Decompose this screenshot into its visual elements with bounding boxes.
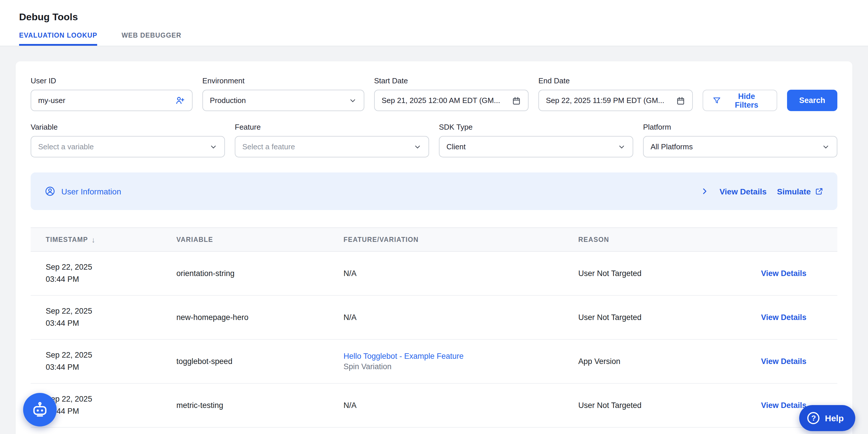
timestamp-cell: Sep 22, 2025 03:44 PM [46, 393, 176, 417]
environment-label: Environment [203, 77, 364, 85]
user-circle-icon [44, 186, 56, 197]
environment-field-group: Environment Production [203, 77, 364, 111]
robot-icon [30, 400, 50, 419]
question-mark-icon: ? [808, 412, 820, 424]
feature-variation-cell: N/A [343, 401, 578, 410]
table-row: Sep 22, 2025 03:44 PM metric-testing N/A… [31, 384, 837, 428]
sort-descending-icon: ↓ [91, 235, 95, 244]
platform-select[interactable]: All Platforms [643, 136, 837, 157]
chevron-down-icon [822, 143, 830, 151]
variable-select[interactable]: Select a variable [31, 136, 225, 157]
banner-view-details-link[interactable]: View Details [719, 186, 767, 196]
calendar-icon[interactable] [512, 96, 521, 105]
banner-simulate-label: Simulate [777, 186, 811, 196]
filter-row-2: Variable Select a variable Feature Selec… [31, 123, 837, 157]
environment-select[interactable]: Production [203, 90, 364, 111]
feature-variation-cell: Hello Togglebot - Example Feature Spin V… [343, 352, 578, 371]
chevron-down-icon [349, 96, 357, 105]
banner-simulate-link[interactable]: Simulate [777, 186, 824, 196]
help-button[interactable]: ? Help [800, 405, 855, 431]
reason-cell: User Not Targeted [578, 313, 761, 322]
table-row: Sep 22, 2025 03:44 PM orientation-string… [31, 252, 837, 296]
togglebot-fab-button[interactable] [23, 393, 57, 427]
banner-actions: View Details Simulate [700, 186, 824, 196]
calendar-icon[interactable] [676, 96, 685, 105]
search-button-label: Search [799, 96, 825, 105]
variable-cell: togglebot-speed [176, 357, 343, 366]
end-date-label: End Date [538, 77, 693, 85]
variable-label: Variable [31, 123, 225, 132]
reason-cell: User Not Targeted [578, 401, 761, 410]
chevron-down-icon [413, 143, 422, 151]
person-add-icon[interactable] [175, 95, 185, 105]
sdk-type-field-group: SDK Type Client [439, 123, 633, 157]
tab-evaluation-lookup[interactable]: EVALUATION LOOKUP [19, 32, 97, 46]
row-view-details-link[interactable]: View Details [761, 313, 822, 322]
start-date-field-group: Start Date Sep 21, 2025 12:00 AM EDT (GM… [374, 77, 529, 111]
feature-field-group: Feature Select a feature [235, 123, 429, 157]
start-date-value: Sep 21, 2025 12:00 AM EDT (GM... [382, 96, 512, 105]
main-content: User ID my-user Environment Production [0, 46, 868, 434]
feature-placeholder: Select a feature [242, 142, 413, 151]
platform-value: All Platforms [651, 142, 822, 151]
hide-filters-label: Hide Filters [726, 92, 767, 109]
user-information-heading: User Information [44, 186, 121, 197]
filter-row-1: User ID my-user Environment Production [31, 77, 837, 111]
feature-link[interactable]: Hello Togglebot - Example Feature [343, 352, 578, 360]
reason-cell: User Not Targeted [578, 269, 761, 278]
page-title: Debug Tools [19, 11, 868, 23]
sdk-type-select[interactable]: Client [439, 136, 633, 157]
end-date-field-group: End Date Sep 22, 2025 11:59 PM EDT (GM..… [538, 77, 693, 111]
platform-field-group: Platform All Platforms [643, 123, 837, 157]
tab-web-debugger[interactable]: WEB DEBUGGER [121, 32, 181, 46]
hide-filters-button[interactable]: Hide Filters [703, 90, 777, 111]
variable-field-group: Variable Select a variable [31, 123, 225, 157]
chevron-right-icon[interactable] [700, 187, 709, 196]
timestamp-cell: Sep 22, 2025 03:44 PM [46, 305, 176, 329]
top-header: Debug Tools EVALUATION LOOKUP WEB DEBUGG… [0, 0, 868, 46]
timestamp-cell: Sep 22, 2025 03:44 PM [46, 349, 176, 374]
page: Debug Tools EVALUATION LOOKUP WEB DEBUGG… [0, 0, 868, 434]
column-header-feature-variation: FEATURE/VARIATION [343, 236, 578, 243]
start-date-label: Start Date [374, 77, 529, 85]
external-link-icon [815, 187, 824, 196]
sdk-type-value: Client [446, 142, 618, 151]
user-id-label: User ID [31, 77, 192, 85]
row-view-details-link[interactable]: View Details [761, 269, 822, 278]
chevron-down-icon [618, 143, 626, 151]
column-header-reason: REASON [578, 236, 761, 243]
banner-view-details-label: View Details [719, 186, 767, 196]
timestamp-cell: Sep 22, 2025 03:44 PM [46, 261, 176, 286]
table-row: Sep 22, 2025 03:44 PM togglebot-speed He… [31, 340, 837, 384]
reason-cell: App Version [578, 357, 761, 366]
chevron-down-icon [209, 143, 217, 151]
filter-funnel-icon [712, 96, 721, 105]
feature-variation-cell: N/A [343, 269, 578, 278]
variable-cell: new-homepage-hero [176, 313, 343, 322]
row-view-details-link[interactable]: View Details [761, 357, 822, 366]
user-id-field-group: User ID my-user [31, 77, 192, 111]
user-information-title: User Information [61, 186, 121, 196]
feature-select[interactable]: Select a feature [235, 136, 429, 157]
environment-value: Production [210, 96, 349, 105]
sdk-type-label: SDK Type [439, 123, 633, 132]
variable-cell: metric-testing [176, 401, 343, 410]
user-information-banner: User Information View Details Simulate [31, 172, 837, 210]
column-header-timestamp[interactable]: TIMESTAMP ↓ [46, 235, 176, 244]
end-date-input[interactable]: Sep 22, 2025 11:59 PM EDT (GM... [538, 90, 693, 111]
start-date-input[interactable]: Sep 21, 2025 12:00 AM EDT (GM... [374, 90, 529, 111]
table-row: Sep 22, 2025 03:44 PM new-homepage-hero … [31, 296, 837, 340]
column-header-variable: VARIABLE [176, 236, 343, 243]
evaluation-lookup-panel: User ID my-user Environment Production [16, 61, 852, 434]
user-id-value: my-user [38, 96, 175, 105]
evaluations-table: TIMESTAMP ↓ VARIABLE FEATURE/VARIATION R… [31, 227, 837, 428]
end-date-value: Sep 22, 2025 11:59 PM EDT (GM... [546, 96, 676, 105]
user-id-input[interactable]: my-user [31, 90, 192, 111]
search-button[interactable]: Search [787, 90, 837, 111]
variable-cell: orientation-string [176, 269, 343, 278]
variable-placeholder: Select a variable [38, 142, 209, 151]
table-header-row: TIMESTAMP ↓ VARIABLE FEATURE/VARIATION R… [31, 227, 837, 252]
feature-label: Feature [235, 123, 429, 132]
platform-label: Platform [643, 123, 837, 132]
tab-bar: EVALUATION LOOKUP WEB DEBUGGER [19, 32, 868, 46]
